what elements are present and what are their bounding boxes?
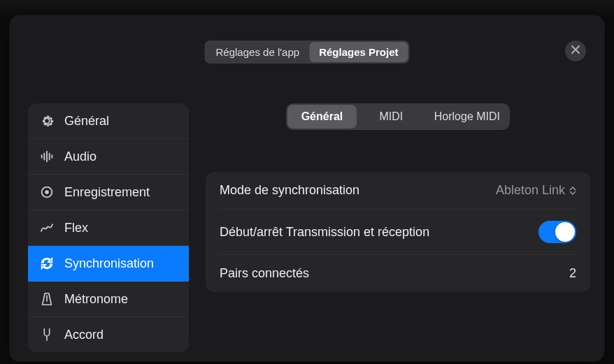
tab-project-settings[interactable]: Réglages Projet xyxy=(309,42,408,62)
settings-dialog: Réglages de l'app Réglages Projet Généra… xyxy=(10,15,604,361)
record-icon xyxy=(39,184,55,200)
sidebar-item-label: Synchronisation xyxy=(64,256,154,271)
start-stop-toggle[interactable] xyxy=(538,221,576,243)
toggle-knob xyxy=(555,222,575,242)
content-tab-midi[interactable]: MIDI xyxy=(357,105,426,129)
background-toolbar xyxy=(0,0,614,15)
audio-bars-icon xyxy=(39,149,55,164)
peers-count: 2 xyxy=(569,266,576,281)
close-icon xyxy=(571,45,580,57)
row-sync-mode[interactable]: Mode de synchronisation Ableton Link xyxy=(218,172,578,210)
sidebar-item-label: Enregistrement xyxy=(64,185,150,200)
sidebar-item-label: Métronome xyxy=(64,292,128,307)
dropdown-text: Ableton Link xyxy=(496,183,565,198)
content-tab-general[interactable]: Général xyxy=(287,105,357,129)
sidebar-item-tuning[interactable]: Accord xyxy=(28,317,189,352)
tab-app-settings[interactable]: Réglages de l'app xyxy=(206,42,310,62)
metronome-icon xyxy=(39,291,55,307)
sync-icon xyxy=(39,256,55,271)
dropdown-value[interactable]: Ableton Link xyxy=(496,183,576,198)
sidebar-item-recording[interactable]: Enregistrement xyxy=(28,175,189,210)
up-down-icon xyxy=(569,187,576,195)
tuning-fork-icon xyxy=(39,327,55,342)
sidebar-item-label: Général xyxy=(64,114,109,129)
gear-icon xyxy=(39,113,55,129)
row-label: Début/arrêt Transmission et réception xyxy=(220,225,429,240)
sidebar-item-label: Audio xyxy=(64,150,97,164)
row-start-stop: Début/arrêt Transmission et réception xyxy=(218,210,578,255)
sync-panel: Mode de synchronisation Ableton Link Déb… xyxy=(206,172,590,292)
svg-point-6 xyxy=(45,190,49,194)
sidebar-item-audio[interactable]: Audio xyxy=(28,139,189,175)
flex-icon xyxy=(39,220,55,235)
row-connected-peers: Pairs connectés 2 xyxy=(218,255,578,292)
content-tab-midi-clock[interactable]: Horloge MIDI xyxy=(426,105,508,129)
sidebar-item-label: Accord xyxy=(64,328,103,342)
content-area: Général MIDI Horloge MIDI Mode de synchr… xyxy=(206,103,590,292)
row-label: Mode de synchronisation xyxy=(220,183,359,198)
sidebar-item-general[interactable]: Général xyxy=(28,103,189,139)
content-segment-control[interactable]: Général MIDI Horloge MIDI xyxy=(286,103,510,130)
top-segment-control[interactable]: Réglages de l'app Réglages Projet xyxy=(205,41,410,64)
row-label: Pairs connectés xyxy=(220,266,309,281)
close-button[interactable] xyxy=(565,41,586,61)
sidebar-item-sync[interactable]: Synchronisation xyxy=(28,246,189,282)
sidebar-item-flex[interactable]: Flex xyxy=(28,210,189,246)
sidebar-item-label: Flex xyxy=(64,221,88,235)
sidebar: Général Audio Enregistrement Flex Synchr… xyxy=(28,103,189,352)
sidebar-item-metronome[interactable]: Métronome xyxy=(28,282,189,317)
